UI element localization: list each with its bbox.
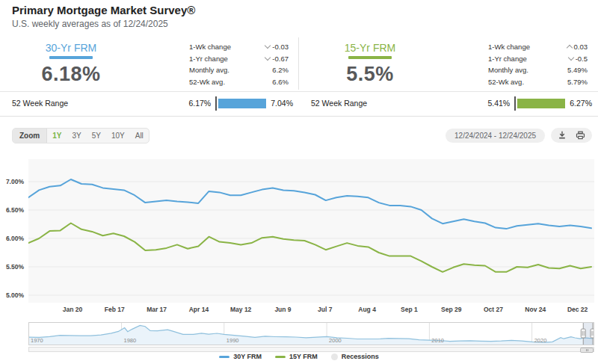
x-axis-label: Feb 17 <box>95 306 134 313</box>
legend: 30Y FRM 15Y FRM Recessions <box>0 353 598 360</box>
print-icon[interactable] <box>575 129 586 141</box>
legend-item-15y-frm[interactable]: 15Y FRM <box>275 353 318 360</box>
rate-panels: 30-Yr FRM 6.18% 1-Wk change -0.03 1-Yr c… <box>0 34 598 117</box>
range-max-value: 6.27% <box>570 99 592 108</box>
stat-row: Monthly avg. 5.49% <box>488 64 588 76</box>
x-axis-label: Nov 24 <box>516 306 555 313</box>
legend-label: Recessions <box>342 353 379 360</box>
line-swatch-icon <box>275 356 286 358</box>
range-current-marker <box>514 96 516 111</box>
x-axis-label: Aug 4 <box>348 306 386 313</box>
chevron-down-icon <box>265 43 271 49</box>
chevron-down-icon <box>567 55 573 61</box>
navigator-year-label: 1980 <box>124 337 137 344</box>
rate-value-15yr: 5.5% <box>329 63 411 86</box>
stat-row: 52-Wk avg. 5.79% <box>488 76 588 88</box>
y-axis-label: 5.00% <box>0 291 24 299</box>
stats-15yr: 1-Wk change 0.03 1-Yr change -0.5 Monthl… <box>488 41 588 87</box>
stat-label: 1-Wk change <box>488 43 530 51</box>
rate-underline-15yr <box>348 56 392 59</box>
scrollbar-thumb[interactable] <box>580 348 594 353</box>
navigator-mini-chart[interactable]: 197019801990200020102020 <box>28 322 594 345</box>
zoom-option-1y[interactable]: 1Y <box>47 129 67 143</box>
x-axis-label: May 12 <box>221 306 260 313</box>
zoom-label: Zoom <box>13 129 47 143</box>
y-axis-label: 5.50% <box>0 263 24 271</box>
rate-label-30yr: 30-Yr FRM <box>30 42 112 54</box>
stat-label: 1-Yr change <box>189 55 228 63</box>
x-axis-label: Jul 7 <box>306 306 345 313</box>
y-axis-label: 6.00% <box>0 235 24 242</box>
stat-value: 6.2% <box>272 66 289 74</box>
range-label: 52 Week Range <box>311 99 367 108</box>
x-axis-label: Oct 27 <box>474 306 513 313</box>
zoom-option-5y[interactable]: 5Y <box>87 129 106 143</box>
range-bar <box>218 99 266 108</box>
range-max-value: 7.04% <box>271 99 293 108</box>
x-axis-label: Sep 29 <box>432 306 471 313</box>
range-row-15yr: 52 Week Range 5.41% 6.27% <box>311 96 592 111</box>
navigator-year-label: 1990 <box>226 337 239 344</box>
stat-label: 1-Yr change <box>488 55 527 63</box>
x-axis-label: Sep 1 <box>389 306 428 313</box>
range-min-value: 5.41% <box>487 99 510 108</box>
divider <box>299 91 598 92</box>
line-swatch-icon <box>219 356 229 358</box>
divider <box>0 91 299 92</box>
stat-value: 5.79% <box>567 78 588 86</box>
stat-value: 6.6% <box>272 78 289 86</box>
page-subtitle: U.S. weekly averages as of 12/24/2025 <box>12 19 168 29</box>
download-icon[interactable] <box>557 129 567 141</box>
stat-label: 52-Wk avg. <box>488 78 524 86</box>
x-axis-label: Jun 9 <box>264 306 303 313</box>
circle-swatch-icon <box>331 354 338 360</box>
legend-item-30y-frm[interactable]: 30Y FRM <box>219 353 262 360</box>
stat-row: Monthly avg. 6.2% <box>189 64 289 76</box>
rate-block-30yr: 30-Yr FRM 6.18% <box>30 42 112 86</box>
page-title: Primary Mortgage Market Survey® <box>12 4 195 16</box>
stat-label: 52-Wk avg. <box>189 78 225 86</box>
stat-label: Monthly avg. <box>488 66 528 74</box>
main-chart[interactable]: 7.00%6.50%6.00%5.50%5.00% Jan 20Feb 17Ma… <box>0 159 598 316</box>
y-axis-label: 7.00% <box>0 178 24 185</box>
pmms-app: Primary Mortgage Market Survey® U.S. wee… <box>0 0 598 364</box>
rate-underline-30yr <box>49 56 93 59</box>
x-axis-label: Mar 17 <box>138 306 176 313</box>
legend-label: 30Y FRM <box>233 353 262 360</box>
zoom-option-all[interactable]: All <box>130 129 149 143</box>
navigator-series[interactable] <box>29 323 594 345</box>
rate-block-15yr: 15-Yr FRM 5.5% <box>329 42 411 86</box>
rate-label-15yr: 15-Yr FRM <box>329 42 411 54</box>
stat-row: 52-Wk avg. 6.6% <box>189 76 289 88</box>
scrollbar[interactable] <box>28 347 594 352</box>
zoom-option-3y[interactable]: 3Y <box>67 129 86 143</box>
stat-value: -0.67 <box>272 55 289 63</box>
rate-value-30yr: 6.18% <box>30 63 112 86</box>
navigator-year-label: 2010 <box>431 337 444 344</box>
zoom-option-10y[interactable]: 10Y <box>106 129 130 143</box>
stats-30yr: 1-Wk change -0.03 1-Yr change -0.67 Mont… <box>189 41 289 87</box>
date-range-display[interactable]: 12/24/2024 - 12/24/2025 <box>446 129 545 143</box>
x-axis-label: Jan 20 <box>53 306 92 313</box>
stat-label: 1-Wk change <box>189 43 231 51</box>
range-min-value: 6.17% <box>188 99 211 108</box>
y-axis-label: 6.50% <box>0 206 24 214</box>
rate-lines-chart[interactable] <box>28 159 594 303</box>
chevron-up-icon <box>566 45 572 51</box>
navigator-year-label: 2020 <box>534 337 547 344</box>
legend-item-recessions[interactable]: Recessions <box>331 353 379 360</box>
zoom-control: Zoom 1Y 3Y 5Y 10Y All <box>12 128 150 144</box>
range-row-30yr: 52 Week Range 6.17% 7.04% <box>12 96 293 111</box>
navigator-year-label: 1970 <box>31 337 43 344</box>
stat-value: -0.03 <box>272 43 289 51</box>
navigator-year-label: 2000 <box>329 337 342 344</box>
stat-label: Monthly avg. <box>189 66 229 74</box>
stat-value: -0.5 <box>576 55 588 63</box>
chart-actions <box>551 128 592 143</box>
range-current-marker <box>215 96 217 111</box>
range-bar <box>517 99 565 108</box>
legend-label: 15Y FRM <box>289 353 318 360</box>
stat-row: 1-Wk change -0.03 <box>189 41 289 53</box>
stat-row: 1-Yr change -0.67 <box>189 53 289 65</box>
stat-value: 5.49% <box>567 66 588 74</box>
